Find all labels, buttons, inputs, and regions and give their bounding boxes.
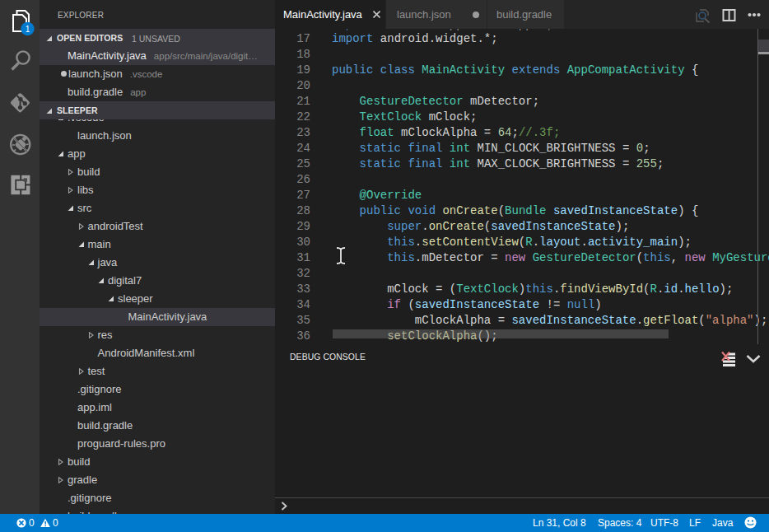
svg-text:1: 1 [26,25,30,34]
